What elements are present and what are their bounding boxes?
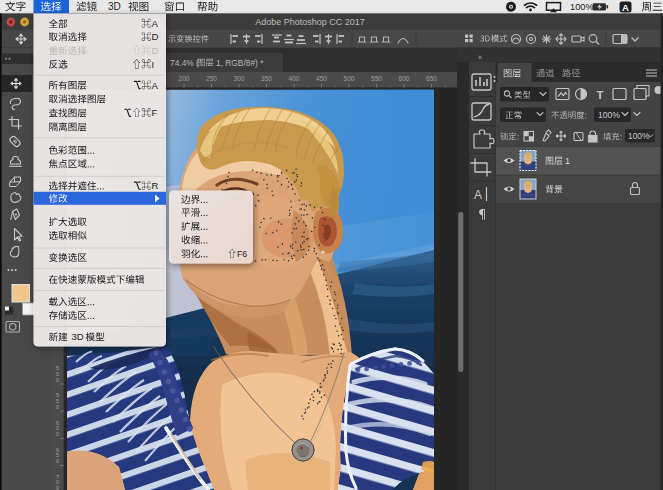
- svg-text:A: A: [151, 18, 158, 29]
- svg-text:T: T: [596, 89, 603, 101]
- svg-text:0: 0: [56, 457, 60, 464]
- svg-text:1, RGB/8#) *: 1, RGB/8#) *: [216, 58, 264, 68]
- svg-text:200: 200: [178, 75, 189, 82]
- svg-text:A: A: [474, 188, 482, 202]
- svg-text:D: D: [151, 45, 158, 56]
- svg-text:650: 650: [426, 75, 437, 82]
- svg-text:F: F: [151, 107, 157, 118]
- svg-text:600: 600: [398, 75, 409, 82]
- svg-text:100%: 100%: [628, 131, 650, 141]
- svg-text:D: D: [151, 31, 158, 42]
- svg-text:0: 0: [56, 376, 60, 383]
- svg-text:1: 1: [565, 156, 570, 166]
- svg-text:R: R: [151, 180, 158, 191]
- svg-text:A: A: [151, 80, 158, 91]
- svg-text:250: 250: [206, 75, 217, 82]
- svg-text:F6: F6: [237, 249, 247, 259]
- svg-text:500: 500: [343, 75, 354, 82]
- svg-text:550: 550: [371, 75, 382, 82]
- svg-text:400: 400: [288, 75, 299, 82]
- svg-text:3D: 3D: [72, 331, 84, 342]
- svg-text:450: 450: [316, 75, 327, 82]
- svg-text:Adobe Photoshop CC 2017: Adobe Photoshop CC 2017: [255, 17, 365, 27]
- svg-text:100%: 100%: [598, 110, 620, 120]
- svg-text:300: 300: [233, 75, 244, 82]
- svg-text:I: I: [151, 59, 154, 70]
- svg-text:0: 0: [56, 484, 60, 490]
- svg-text:3D: 3D: [108, 1, 121, 12]
- svg-text:100%: 100%: [570, 2, 594, 12]
- svg-text:74.4% (: 74.4% (: [170, 58, 199, 68]
- svg-text:0: 0: [56, 403, 60, 410]
- svg-text:0: 0: [56, 430, 60, 437]
- svg-text:350: 350: [261, 75, 272, 82]
- svg-text:A: A: [622, 2, 629, 13]
